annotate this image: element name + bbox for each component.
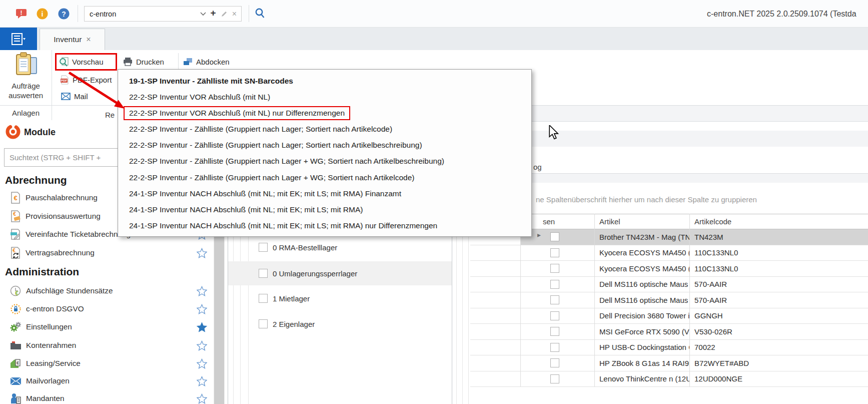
checkbox-unchecked[interactable]: [259, 243, 268, 252]
sidebar-item-einstellungen[interactable]: Einstellungen: [0, 320, 213, 334]
tab-inventur[interactable]: Inventur ×: [40, 29, 105, 50]
star-outline-icon[interactable]: [197, 376, 207, 386]
lager-label: 0 RMA-Bestelllager: [273, 243, 337, 252]
sidebar-item-kontenrahmen[interactable]: Kontenrahmen: [0, 338, 213, 352]
table-row[interactable]: Lenovo ThinkCentre n (12U... 12UD000NGE: [470, 371, 868, 387]
menu-item-report[interactable]: 22-2-SP Inventur - Zählliste (Gruppiert …: [118, 137, 531, 153]
ticket-invoice-icon: [10, 228, 21, 240]
house-euro-icon: €: [10, 358, 22, 369]
svg-text:€: €: [17, 360, 19, 365]
star-filled-icon[interactable]: [197, 322, 207, 332]
checkbox-unchecked[interactable]: [550, 264, 559, 273]
lager-checkbox-row[interactable]: 1 Mietlager: [228, 291, 452, 305]
search-icon[interactable]: [254, 8, 266, 19]
sidebar-item-centron-dsgvo[interactable]: c-entron DSGVO: [0, 302, 213, 316]
envelope-icon: [10, 377, 22, 385]
contract-billing-icon: €: [10, 247, 21, 259]
orders-button-label-line2: auswerten: [0, 91, 52, 100]
printer-icon: [123, 57, 133, 66]
svg-text:i: i: [42, 10, 44, 18]
cell-artikelcode: 12UD000NGE: [689, 371, 868, 387]
star-outline-icon[interactable]: [197, 340, 207, 351]
svg-text:PDF: PDF: [61, 79, 68, 82]
checkbox-unchecked[interactable]: [550, 311, 559, 320]
menu-item-report-highlighted[interactable]: 22-2-SP Inventur VOR Abschluß (mit NL) n…: [118, 105, 531, 121]
alert-bubble-icon[interactable]: !: [16, 8, 27, 20]
column-header-artikel[interactable]: Artikel: [594, 214, 689, 229]
sidebar-item-leasing-service[interactable]: € Leasing/Service: [0, 356, 213, 370]
table-row[interactable]: Dell Precision 3680 Tower i7... GGNGH: [470, 308, 868, 324]
star-outline-icon[interactable]: [197, 286, 207, 296]
preview-highlight-box: [55, 53, 117, 71]
menu-item-report[interactable]: 22-2-SP Inventur VOR Abschluß (mit NL): [118, 89, 531, 105]
checkbox-unchecked[interactable]: [259, 294, 268, 303]
app-menu-button[interactable]: [0, 28, 37, 50]
table-row[interactable]: Kyocera ECOSYS MA450 (11... 110C133NL0: [470, 245, 868, 261]
checkbox-unchecked[interactable]: [550, 280, 559, 289]
tab-strip: [0, 28, 868, 50]
lager-checkbox-row[interactable]: 2 Eigenlager: [228, 317, 452, 331]
menu-item-highlight-box[interactable]: 22-2-SP Inventur VOR Abschluß (mit NL) n…: [124, 106, 350, 120]
info-circle-icon[interactable]: i: [37, 8, 48, 20]
lager-label: 0 Umlagerungssperrlager: [273, 269, 357, 278]
centron-logo: [5, 123, 22, 140]
lager-checkbox-row[interactable]: 0 Umlagerungssperrlager: [228, 266, 452, 280]
checkbox-unchecked[interactable]: [550, 358, 559, 367]
help-circle-icon[interactable]: ?: [58, 8, 70, 20]
edit-icon[interactable]: [221, 11, 228, 18]
menu-item-report[interactable]: 24-1-SP Inventur NACH Abschluß (mit NL; …: [118, 218, 531, 234]
print-button[interactable]: Drucken: [123, 57, 164, 66]
table-row[interactable]: HP USB-C Dockingstation G... 70022: [470, 340, 868, 356]
table-row[interactable]: MSI GeForce RTX 5090 (V53... V530-026R: [470, 324, 868, 340]
table-row[interactable]: Dell MS116 optische Maus (... 570-AAIR: [470, 277, 868, 293]
undock-button[interactable]: Abdocken: [183, 57, 230, 66]
column-header-artikelcode[interactable]: Artikelcode: [689, 214, 868, 229]
pdf-export-label: PDF-Export: [73, 76, 112, 84]
sidebar-item-vertragsabrechnung[interactable]: € Vertragsabrechnung: [0, 246, 213, 260]
table-row[interactable]: Dell MS116 optische Maus (... 570-AAIR: [470, 292, 868, 308]
star-outline-icon[interactable]: [197, 248, 207, 258]
checkbox-unchecked[interactable]: [550, 295, 559, 304]
sidebar-item-mailvorlagen[interactable]: Mailvorlagen: [0, 374, 213, 388]
checkbox-unchecked[interactable]: [550, 248, 559, 257]
profile-combobox[interactable]: c-entron + ×: [84, 6, 242, 22]
checkbox-unchecked[interactable]: [259, 319, 268, 328]
attachments-button[interactable]: Anlagen: [0, 106, 52, 120]
checkbox-unchecked[interactable]: [550, 232, 559, 241]
menu-item-report[interactable]: 22-2-SP Inventur - Zählliste (Gruppiert …: [118, 170, 531, 186]
menu-item-report[interactable]: 22-2-SP Inventur - Zählliste (Gruppiert …: [118, 121, 531, 137]
cell-artikel: MSI GeForce RTX 5090 (V53...: [594, 324, 689, 339]
clear-icon[interactable]: ×: [232, 10, 237, 19]
undock-label: Abdocken: [196, 58, 230, 66]
clients-icon: [10, 393, 22, 404]
tab-close-icon[interactable]: ×: [86, 35, 91, 44]
menu-item-report[interactable]: 24-1-SP Inventur NACH Abschluß (mit NL; …: [118, 202, 531, 218]
sidebar-item-aufschlaege-stundensaetze[interactable]: € Aufschläge Stundensätze: [0, 284, 213, 298]
orders-evaluate-button[interactable]: Aufträge auswerten: [0, 50, 52, 105]
menu-item-report[interactable]: 24-1-SP Inventur NACH Abschluß (mit NL; …: [118, 186, 531, 202]
section-title-administration: Administration: [5, 266, 79, 278]
sidebar-item-label: Einstellungen: [26, 322, 72, 331]
star-outline-icon[interactable]: [197, 304, 207, 314]
pdf-export-button[interactable]: PDF PDF-Export: [60, 75, 112, 85]
lager-checkbox-row[interactable]: 0 RMA-Bestelllager: [228, 240, 452, 254]
mail-button[interactable]: Mail: [61, 92, 88, 101]
star-outline-icon[interactable]: [197, 358, 207, 369]
combo-dropdown-icon[interactable]: [200, 12, 206, 16]
menu-item-report[interactable]: 22-2-SP Inventur - Zählliste (Gruppiert …: [118, 153, 531, 169]
star-outline-icon[interactable]: [197, 393, 207, 404]
checkbox-unchecked[interactable]: [550, 374, 559, 383]
checkbox-unchecked[interactable]: [259, 269, 268, 278]
checkbox-unchecked[interactable]: [550, 327, 559, 336]
tab-label: Inventur: [54, 35, 82, 44]
add-icon[interactable]: +: [211, 8, 216, 19]
table-row[interactable]: Kyocera ECOSYS MA450 (11... 110C133NL0: [470, 261, 868, 277]
top-bar: ! i ? c-entron + × c-entron.NET 2025 2.0…: [0, 0, 868, 28]
cell-artikel: HP ZBook 8 G1as 14 RAI9P...: [594, 355, 689, 371]
cell-artikelcode: V530-026R: [689, 324, 868, 339]
checkbox-unchecked[interactable]: [550, 343, 559, 352]
sidebar-item-label: Mandanten: [26, 394, 65, 403]
menu-item-report[interactable]: 19-1-SP Inventur - Zählliste mit SN-Barc…: [118, 73, 531, 89]
sidebar-item-mandanten[interactable]: Mandanten: [0, 391, 213, 404]
table-row[interactable]: HP ZBook 8 G1as 14 RAI9P... B72WYET#ABD: [470, 355, 868, 371]
